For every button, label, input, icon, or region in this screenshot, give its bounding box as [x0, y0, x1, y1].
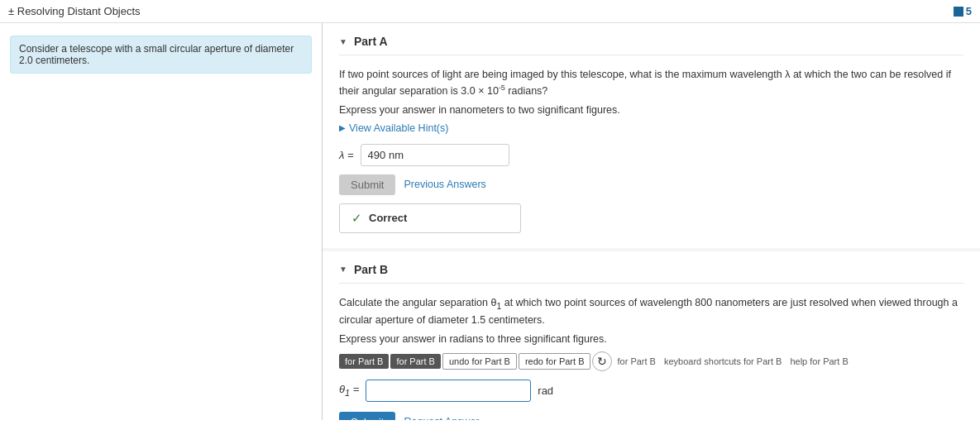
top-bar-left: ± Resolving Distant Objects: [8, 5, 141, 17]
toolbar-btn-1[interactable]: for Part B: [339, 354, 389, 369]
part-b-action-row: Submit Request Answer: [339, 412, 963, 420]
indicator: 5: [954, 5, 972, 17]
top-bar: ± Resolving Distant Objects 5: [0, 0, 980, 23]
part-a-hint-link[interactable]: ▶ View Available Hint(s): [339, 122, 963, 134]
part-b-title: Part B: [354, 263, 388, 276]
part-b-express: Express your answer in radians to three …: [339, 333, 963, 345]
left-panel: Consider a telescope with a small circul…: [0, 23, 323, 420]
toolbar-keyboard-link[interactable]: keyboard shortcuts for Part B: [661, 354, 785, 369]
part-a-section: ▼ Part A If two point sources of light a…: [323, 23, 980, 248]
main-layout: Consider a telescope with a small circul…: [0, 23, 980, 420]
part-a-answer-row: λ =: [339, 144, 963, 166]
page-title: ± Resolving Distant Objects: [8, 5, 141, 17]
check-icon: ✓: [351, 211, 362, 226]
part-a-answer-input[interactable]: [361, 144, 509, 166]
toolbar-reset-text[interactable]: for Part B: [614, 354, 658, 369]
part-b-rad-unit: rad: [538, 384, 553, 397]
part-a-answer-label: λ =: [339, 149, 354, 161]
part-b-toolbar: for Part B for Part B undo for Part B re…: [339, 351, 963, 371]
part-b-header: ▼ Part B: [339, 263, 963, 284]
part-b-submit-button[interactable]: Submit: [339, 412, 395, 420]
part-b-answer-input[interactable]: [366, 380, 531, 402]
indicator-text: 5: [966, 5, 972, 17]
part-a-hint-text: View Available Hint(s): [349, 122, 448, 134]
hint-arrow-icon: ▶: [339, 123, 346, 132]
part-a-collapse-arrow[interactable]: ▼: [339, 37, 347, 46]
context-box: Consider a telescope with a small circul…: [10, 36, 312, 74]
part-a-header: ▼ Part A: [339, 35, 963, 55]
top-bar-right: 5: [954, 5, 972, 17]
part-a-submit-button[interactable]: Submit: [339, 174, 395, 195]
toolbar-btn-2[interactable]: for Part B: [390, 354, 440, 369]
context-text: Consider a telescope with a small circul…: [19, 43, 294, 66]
part-b-request-answer-link[interactable]: Request Answer: [404, 416, 479, 420]
part-a-action-row: Submit Previous Answers: [339, 174, 963, 195]
part-a-correct-text: Correct: [369, 212, 407, 224]
part-b-question: Calculate the angular separation θ1 at w…: [339, 295, 963, 328]
part-a-prev-answers-link[interactable]: Previous Answers: [404, 179, 485, 190]
right-panel: ▼ Part A If two point sources of light a…: [323, 23, 980, 420]
part-b-input-row: θ1 = rad: [339, 380, 963, 402]
part-b-section: ▼ Part B Calculate the angular separatio…: [323, 251, 980, 420]
indicator-box: [954, 7, 963, 17]
toolbar-help-link[interactable]: help for Part B: [786, 354, 851, 369]
part-b-collapse-arrow[interactable]: ▼: [339, 265, 347, 274]
part-b-theta-label: θ1 =: [339, 383, 359, 398]
part-a-question: If two point sources of light are being …: [339, 67, 963, 99]
toolbar-redo-btn[interactable]: redo for Part B: [519, 353, 591, 370]
toolbar-undo-btn[interactable]: undo for Part B: [442, 353, 517, 370]
toolbar-reset-btn[interactable]: ↻: [592, 351, 612, 371]
part-a-title: Part A: [354, 35, 388, 48]
part-a-correct-box: ✓ Correct: [339, 203, 521, 233]
part-a-express: Express your answer in nanometers to two…: [339, 104, 963, 116]
